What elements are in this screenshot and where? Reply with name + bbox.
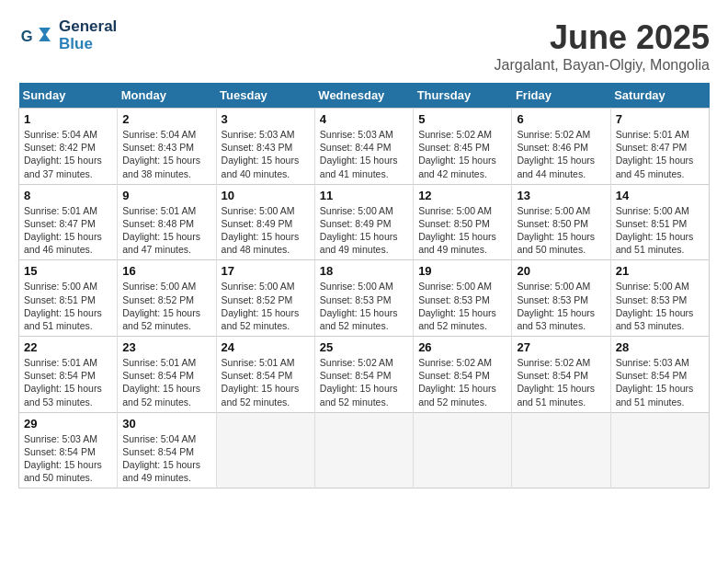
day-info: Sunrise: 5:02 AM Sunset: 8:54 PM Dayligh… [517,356,605,408]
day-number: 18 [320,264,408,278]
day-info: Sunrise: 5:01 AM Sunset: 8:54 PM Dayligh… [222,356,310,408]
table-row: 15Sunrise: 5:00 AM Sunset: 8:51 PM Dayli… [19,260,710,337]
col-monday: Monday [118,83,216,109]
day-number: 21 [616,264,704,278]
table-cell: 15Sunrise: 5:00 AM Sunset: 8:51 PM Dayli… [19,260,118,337]
svg-text:G: G [21,28,33,44]
day-info: Sunrise: 5:02 AM Sunset: 8:54 PM Dayligh… [320,356,408,408]
table-cell: 4Sunrise: 5:03 AM Sunset: 8:44 PM Daylig… [314,109,413,185]
logo-icon: G [18,22,55,50]
table-cell: 21Sunrise: 5:00 AM Sunset: 8:53 PM Dayli… [610,260,709,337]
header: G General Blue June 2025 Jargalant, Baya… [18,18,710,74]
day-info: Sunrise: 5:04 AM Sunset: 8:42 PM Dayligh… [24,128,112,180]
calendar-title: June 2025 [495,18,711,57]
table-row: 8Sunrise: 5:01 AM Sunset: 8:47 PM Daylig… [19,184,710,260]
day-info: Sunrise: 5:01 AM Sunset: 8:54 PM Dayligh… [24,356,112,408]
day-info: Sunrise: 5:00 AM Sunset: 8:53 PM Dayligh… [517,280,605,332]
day-info: Sunrise: 5:00 AM Sunset: 8:53 PM Dayligh… [418,280,506,332]
day-number: 20 [517,264,605,278]
day-number: 30 [122,417,210,431]
table-cell: 1Sunrise: 5:04 AM Sunset: 8:42 PM Daylig… [19,109,118,185]
day-info: Sunrise: 5:02 AM Sunset: 8:46 PM Dayligh… [517,128,605,180]
table-cell: 16Sunrise: 5:00 AM Sunset: 8:52 PM Dayli… [118,260,216,337]
table-cell: 9Sunrise: 5:01 AM Sunset: 8:48 PM Daylig… [118,184,216,260]
day-number: 9 [122,189,210,202]
table-cell: 3Sunrise: 5:03 AM Sunset: 8:43 PM Daylig… [216,109,314,185]
table-cell: 7Sunrise: 5:01 AM Sunset: 8:47 PM Daylig… [610,109,709,185]
title-section: June 2025 Jargalant, Bayan-Olgiy, Mongol… [495,18,711,74]
day-number: 5 [418,112,506,126]
day-info: Sunrise: 5:03 AM Sunset: 8:54 PM Dayligh… [616,356,704,408]
table-cell: 19Sunrise: 5:00 AM Sunset: 8:53 PM Dayli… [414,260,512,337]
table-cell [512,412,610,488]
col-sunday: Sunday [19,83,118,109]
day-info: Sunrise: 5:00 AM Sunset: 8:50 PM Dayligh… [418,204,506,257]
day-number: 19 [418,264,506,278]
day-number: 22 [24,340,112,354]
table-cell: 17Sunrise: 5:00 AM Sunset: 8:52 PM Dayli… [216,260,314,337]
col-wednesday: Wednesday [314,83,413,109]
table-cell: 20Sunrise: 5:00 AM Sunset: 8:53 PM Dayli… [512,260,610,337]
day-info: Sunrise: 5:00 AM Sunset: 8:51 PM Dayligh… [24,280,112,332]
table-cell: 23Sunrise: 5:01 AM Sunset: 8:54 PM Dayli… [118,337,216,413]
day-number: 7 [616,112,704,126]
day-number: 23 [122,340,210,354]
table-cell: 12Sunrise: 5:00 AM Sunset: 8:50 PM Dayli… [414,184,512,260]
day-info: Sunrise: 5:00 AM Sunset: 8:49 PM Dayligh… [222,204,310,257]
day-info: Sunrise: 5:00 AM Sunset: 8:53 PM Dayligh… [616,280,704,332]
table-cell: 13Sunrise: 5:00 AM Sunset: 8:50 PM Dayli… [512,184,610,260]
table-cell [216,412,314,488]
table-cell: 11Sunrise: 5:00 AM Sunset: 8:49 PM Dayli… [314,184,413,260]
table-cell: 24Sunrise: 5:01 AM Sunset: 8:54 PM Dayli… [216,337,314,413]
day-number: 2 [122,112,210,126]
day-info: Sunrise: 5:04 AM Sunset: 8:43 PM Dayligh… [122,128,210,180]
day-info: Sunrise: 5:00 AM Sunset: 8:52 PM Dayligh… [222,280,310,332]
col-friday: Friday [512,83,610,109]
table-cell: 26Sunrise: 5:02 AM Sunset: 8:54 PM Dayli… [414,337,512,413]
day-number: 10 [222,189,310,202]
day-info: Sunrise: 5:01 AM Sunset: 8:47 PM Dayligh… [616,128,704,180]
header-row: Sunday Monday Tuesday Wednesday Thursday… [19,83,710,109]
day-info: Sunrise: 5:02 AM Sunset: 8:45 PM Dayligh… [418,128,506,180]
day-number: 15 [24,264,112,278]
day-info: Sunrise: 5:03 AM Sunset: 8:54 PM Dayligh… [24,432,112,485]
table-cell: 14Sunrise: 5:00 AM Sunset: 8:51 PM Dayli… [610,184,709,260]
table-cell: 30Sunrise: 5:04 AM Sunset: 8:54 PM Dayli… [118,412,216,488]
day-info: Sunrise: 5:03 AM Sunset: 8:43 PM Dayligh… [222,128,310,180]
calendar-subtitle: Jargalant, Bayan-Olgiy, Mongolia [495,57,711,74]
logo-text: General Blue [59,18,117,52]
table-cell: 28Sunrise: 5:03 AM Sunset: 8:54 PM Dayli… [610,337,709,413]
day-info: Sunrise: 5:00 AM Sunset: 8:53 PM Dayligh… [320,280,408,332]
day-info: Sunrise: 5:04 AM Sunset: 8:54 PM Dayligh… [122,432,210,485]
table-cell: 25Sunrise: 5:02 AM Sunset: 8:54 PM Dayli… [314,337,413,413]
day-number: 28 [616,340,704,354]
col-tuesday: Tuesday [216,83,314,109]
day-number: 24 [222,340,310,354]
day-number: 3 [222,112,310,126]
table-cell: 10Sunrise: 5:00 AM Sunset: 8:49 PM Dayli… [216,184,314,260]
day-number: 6 [517,112,605,126]
table-cell: 27Sunrise: 5:02 AM Sunset: 8:54 PM Dayli… [512,337,610,413]
logo: G General Blue [18,18,117,52]
day-info: Sunrise: 5:00 AM Sunset: 8:52 PM Dayligh… [122,280,210,332]
table-cell: 29Sunrise: 5:03 AM Sunset: 8:54 PM Dayli… [19,412,118,488]
day-number: 4 [320,112,408,126]
table-row: 22Sunrise: 5:01 AM Sunset: 8:54 PM Dayli… [19,337,710,413]
day-number: 25 [320,340,408,354]
day-number: 17 [222,264,310,278]
day-info: Sunrise: 5:01 AM Sunset: 8:48 PM Dayligh… [122,204,210,257]
day-number: 16 [122,264,210,278]
day-number: 27 [517,340,605,354]
day-number: 12 [418,189,506,202]
col-saturday: Saturday [610,83,709,109]
day-number: 14 [616,189,704,202]
day-number: 1 [24,112,112,126]
day-number: 26 [418,340,506,354]
day-info: Sunrise: 5:01 AM Sunset: 8:54 PM Dayligh… [122,356,210,408]
day-info: Sunrise: 5:00 AM Sunset: 8:51 PM Dayligh… [616,204,704,257]
table-cell: 22Sunrise: 5:01 AM Sunset: 8:54 PM Dayli… [19,337,118,413]
col-thursday: Thursday [414,83,512,109]
day-number: 29 [24,417,112,431]
day-info: Sunrise: 5:01 AM Sunset: 8:47 PM Dayligh… [24,204,112,257]
table-row: 29Sunrise: 5:03 AM Sunset: 8:54 PM Dayli… [19,412,710,488]
